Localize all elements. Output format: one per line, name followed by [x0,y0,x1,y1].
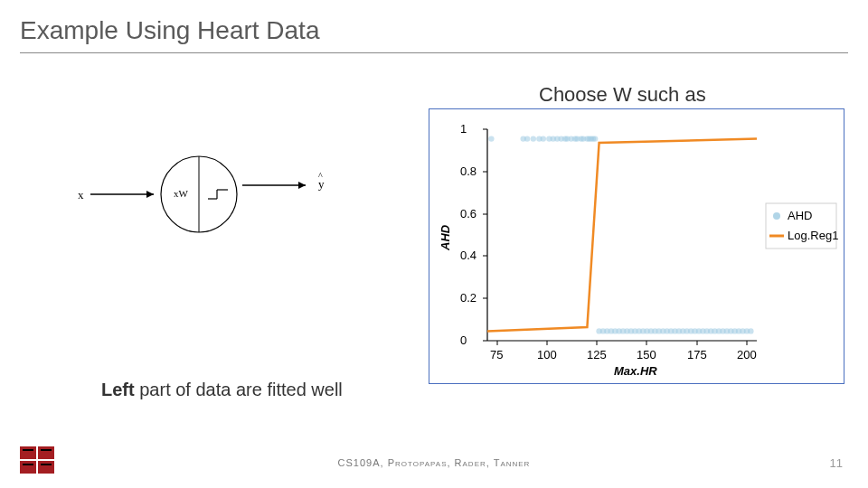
plot-highlight-frame: 0 0.2 0.4 0.6 0.8 1 75 100 125 150 175 2… [429,108,844,384]
ytick-5: 1 [460,122,467,136]
page-title: Example Using Heart Data [20,16,319,45]
caption: Left part of data are fitted well [101,380,343,400]
ytick-3: 0.6 [460,207,476,221]
node-label: xW [174,188,189,199]
svg-rect-79 [23,449,33,451]
arrow-out-head [298,182,306,189]
legend-dot-icon [773,212,780,220]
plot-area: 0 0.2 0.4 0.6 0.8 1 75 100 125 150 175 2… [439,122,838,378]
legend-label-2: Log.Reg1 [788,229,838,242]
svg-point-14 [488,136,494,141]
ytick-4: 0.8 [460,164,476,178]
y-axis-label: AHD [439,224,452,251]
caption-rest: part of data are fitted well [135,380,343,399]
title-divider [20,52,848,53]
scatter-series [488,136,753,333]
logreg-line [487,139,757,332]
arrow-in-head [146,191,154,198]
xtick-1: 100 [537,348,557,361]
svg-point-17 [531,136,536,141]
xtick-0: 75 [490,348,503,361]
instruction-text: Choose W such as [539,83,706,107]
svg-point-16 [524,136,530,141]
svg-rect-80 [41,449,52,451]
x-axis-label: Max.HR [614,364,657,378]
svg-point-19 [541,136,546,141]
footer-credits: CS109A, Protopapas, Rader, Tanner [0,457,868,468]
svg-point-74 [748,328,753,333]
xtick-3: 150 [637,348,656,361]
xtick-5: 200 [737,348,757,361]
logistic-plot: 0 0.2 0.4 0.6 0.8 1 75 100 125 150 175 2… [435,115,840,380]
ytick-2: 0.4 [460,249,476,262]
xtick-4: 175 [687,348,707,361]
legend: AHD Log.Reg1 [766,203,838,249]
xtick-2: 125 [587,348,607,361]
caption-bold: Left [101,380,135,399]
x-ticks: 75 100 125 150 175 200 [490,341,757,361]
output-hat: ^ [318,171,323,181]
input-label: x [78,188,84,202]
legend-label-1: AHD [788,209,812,222]
ytick-1: 0.2 [460,291,476,305]
page-number: 11 [830,456,843,470]
ytick-0: 0 [460,333,467,347]
y-ticks: 0 0.2 0.4 0.6 0.8 1 [460,122,487,347]
slide: Example Using Heart Data Choose W such a… [0,0,868,488]
svg-point-35 [592,136,598,141]
model-diagram: x xW y ^ [72,145,344,253]
